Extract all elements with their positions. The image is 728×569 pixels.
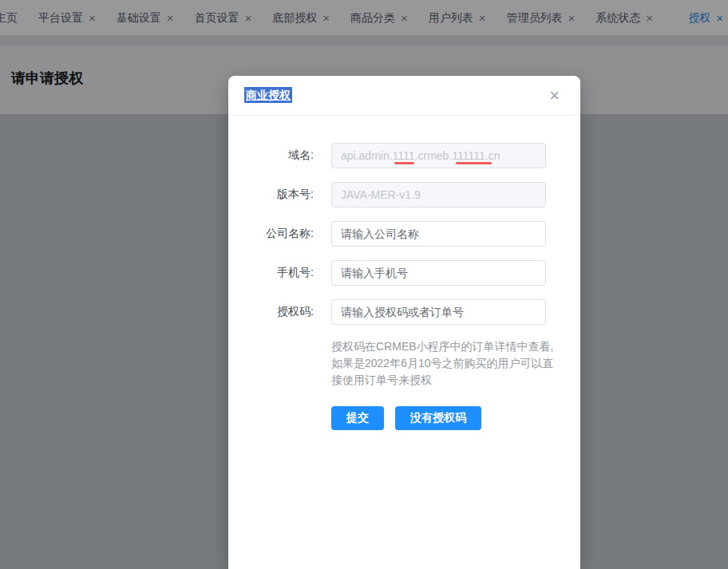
version-input-wrap (331, 182, 546, 207)
domain-label: 域名: (228, 148, 314, 163)
no-auth-code-button[interactable]: 没有授权码 (395, 406, 481, 430)
close-icon[interactable]: × (549, 87, 560, 105)
phone-input-wrap (331, 260, 546, 286)
auth-code-input-wrap (331, 299, 546, 325)
auth-code-input[interactable] (331, 299, 546, 325)
modal-actions: 提交 没有授权码 (331, 406, 580, 430)
phone-input[interactable] (331, 260, 546, 286)
version-input (331, 182, 546, 207)
modal-header: 商业授权 × (228, 76, 580, 116)
auth-code-help-text: 授权码在CRMEB小程序中的订单详情中查看,如果是2022年6月10号之前购买的… (331, 338, 558, 389)
company-name-label: 公司名称: (228, 227, 314, 241)
auth-code-label: 授权码: (228, 305, 314, 319)
domain-row: 域名: (228, 143, 580, 168)
phone-row: 手机号: (228, 260, 580, 286)
company-name-input-wrap (331, 221, 546, 247)
company-name-row: 公司名称: (228, 221, 580, 247)
version-label: 版本号: (228, 188, 314, 202)
app-screen: 主页平台设置×基础设置×首页设置×底部授权×商品分类×用户列表×管理员列表×系统… (0, 0, 728, 569)
domain-input (331, 143, 546, 168)
submit-button[interactable]: 提交 (331, 406, 384, 430)
phone-label: 手机号: (228, 266, 314, 280)
modal-title: 商业授权 (244, 89, 292, 103)
auth-code-row: 授权码: (228, 299, 580, 325)
version-row: 版本号: (228, 182, 580, 207)
authorization-modal: 商业授权 × 域名:版本号:公司名称:手机号:授权码: 授权码在CRMEB小程序… (228, 76, 580, 569)
modal-title-text: 商业授权 (244, 87, 292, 103)
authorization-form: 域名:版本号:公司名称:手机号:授权码: 授权码在CRMEB小程序中的订单详情中… (228, 116, 580, 430)
domain-input-wrap (331, 143, 546, 168)
company-name-input[interactable] (331, 221, 546, 247)
